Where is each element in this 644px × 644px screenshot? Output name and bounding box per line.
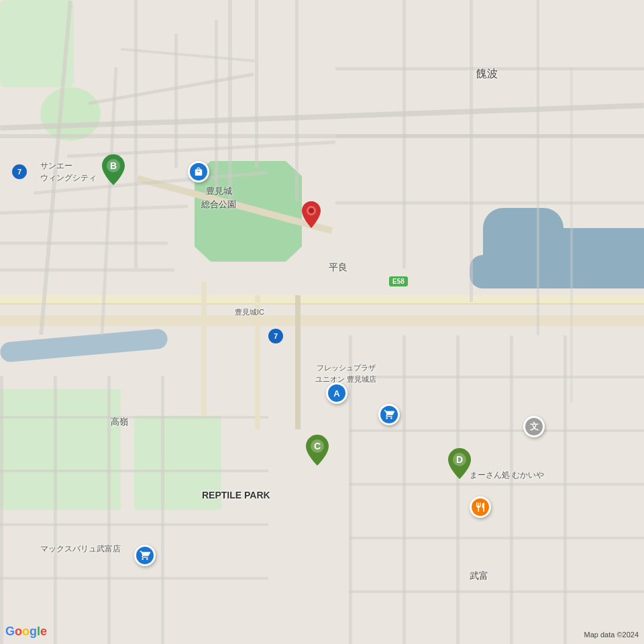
park-label: 豊見城総合公園 xyxy=(201,184,236,211)
marker-d[interactable]: D xyxy=(448,448,471,479)
bag-icon xyxy=(194,167,203,176)
restaurant-icon xyxy=(475,502,486,513)
map-container[interactable]: 餽波 平良 高嶺 武富 豊見城総合公園 豊見城IC REPTILE PARK サ… xyxy=(0,0,644,644)
main-location-pin[interactable] xyxy=(302,201,321,228)
e58-badge: E58 xyxy=(389,276,408,286)
marker-b-pin-icon: B xyxy=(102,154,125,185)
culture-marker[interactable]: 文 xyxy=(523,416,545,437)
ic-label: 豊見城IC xyxy=(235,307,264,317)
reptile-park-label: REPTILE PARK xyxy=(202,490,270,500)
svg-text:B: B xyxy=(110,160,117,171)
marker-a-letter: A xyxy=(333,389,339,398)
route-7-badge-2: 7 xyxy=(268,329,283,343)
shopping-cart-icon xyxy=(384,409,394,420)
marker-d-pin-icon: D xyxy=(448,448,471,479)
maxvalue-label: マックスバリュ武富店 xyxy=(40,543,121,555)
food-marker-1[interactable] xyxy=(470,496,491,518)
google-logo: Google xyxy=(5,625,47,639)
district-label-1: 餽波 xyxy=(476,67,498,81)
svg-point-1 xyxy=(309,208,314,213)
map-data-text: Map data ©2024 xyxy=(584,631,639,639)
red-pin-icon xyxy=(302,201,321,228)
marker-c[interactable]: C xyxy=(306,435,329,466)
marker-a[interactable]: A xyxy=(326,382,347,404)
marker-b[interactable]: B xyxy=(102,154,125,185)
shop-marker-1[interactable] xyxy=(378,404,400,425)
map-background: 餽波 平良 高嶺 武富 豊見城総合公園 豊見城IC REPTILE PARK サ… xyxy=(0,0,644,644)
marker-c-pin-icon: C xyxy=(306,435,329,466)
culture-icon: 文 xyxy=(530,421,539,433)
shop-marker-3[interactable] xyxy=(188,161,209,182)
district-label-4: 武富 xyxy=(470,570,488,582)
shopping-cart-icon-2 xyxy=(140,550,150,561)
district-label-2: 平良 xyxy=(329,262,347,274)
svg-text:D: D xyxy=(456,454,463,465)
fresh-plaza-label: フレッシュプラザユニオン 豊見城店 xyxy=(315,362,376,384)
svg-text:C: C xyxy=(314,441,321,451)
district-label-3: 高嶺 xyxy=(111,416,128,428)
maasan-label: まーさん処 むかいや xyxy=(470,470,544,481)
shop-marker-2[interactable] xyxy=(134,545,156,566)
route-7-badge-1: 7 xyxy=(12,164,27,179)
sanae-label: サンエーウィングシティ xyxy=(40,160,97,184)
